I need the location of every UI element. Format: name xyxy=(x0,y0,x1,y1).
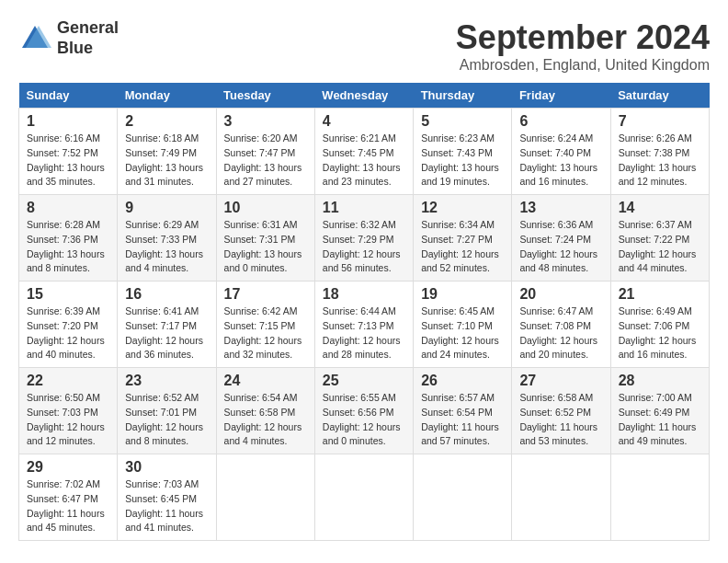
day-number: 4 xyxy=(323,113,405,130)
day-cell xyxy=(512,454,610,541)
column-header-tuesday: Tuesday xyxy=(216,83,314,109)
day-number: 14 xyxy=(619,200,701,216)
day-cell: 9 Sunrise: 6:29 AM Sunset: 7:33 PM Dayli… xyxy=(118,195,216,282)
day-info: Sunrise: 6:16 AM Sunset: 7:52 PM Dayligh… xyxy=(27,132,109,190)
column-header-wednesday: Wednesday xyxy=(314,83,413,109)
day-number: 25 xyxy=(323,373,405,389)
day-info: Sunrise: 6:45 AM Sunset: 7:10 PM Dayligh… xyxy=(421,304,504,362)
day-cell: 10 Sunrise: 6:31 AM Sunset: 7:31 PM Dayl… xyxy=(216,195,314,282)
day-number: 12 xyxy=(421,200,504,216)
column-header-saturday: Saturday xyxy=(610,83,709,109)
day-cell xyxy=(610,454,709,541)
day-info: Sunrise: 6:28 AM Sunset: 7:36 PM Dayligh… xyxy=(27,218,109,276)
day-cell: 27 Sunrise: 6:58 AM Sunset: 6:52 PM Dayl… xyxy=(512,368,610,454)
day-info: Sunrise: 6:39 AM Sunset: 7:20 PM Dayligh… xyxy=(27,304,109,362)
day-info: Sunrise: 6:54 AM Sunset: 6:58 PM Dayligh… xyxy=(224,391,307,449)
day-info: Sunrise: 6:41 AM Sunset: 7:17 PM Dayligh… xyxy=(125,304,208,362)
day-info: Sunrise: 6:47 AM Sunset: 7:08 PM Dayligh… xyxy=(519,304,602,362)
logo: General Blue xyxy=(18,18,119,58)
day-cell: 3 Sunrise: 6:20 AM Sunset: 7:47 PM Dayli… xyxy=(216,109,314,195)
day-number: 23 xyxy=(125,373,208,389)
day-info: Sunrise: 6:58 AM Sunset: 6:52 PM Dayligh… xyxy=(519,391,602,449)
day-number: 6 xyxy=(519,113,602,130)
day-cell: 7 Sunrise: 6:26 AM Sunset: 7:38 PM Dayli… xyxy=(610,109,709,195)
day-cell xyxy=(414,454,512,541)
day-cell: 2 Sunrise: 6:18 AM Sunset: 7:49 PM Dayli… xyxy=(118,109,216,195)
day-number: 22 xyxy=(27,373,109,389)
logo-icon xyxy=(18,22,51,55)
week-row-3: 15 Sunrise: 6:39 AM Sunset: 7:20 PM Dayl… xyxy=(19,282,710,368)
column-header-sunday: Sunday xyxy=(19,83,118,109)
title-section: September 2024 Ambrosden, England, Unite… xyxy=(456,18,710,74)
day-info: Sunrise: 7:02 AM Sunset: 6:47 PM Dayligh… xyxy=(27,477,109,535)
day-cell: 4 Sunrise: 6:21 AM Sunset: 7:45 PM Dayli… xyxy=(314,109,413,195)
day-cell: 17 Sunrise: 6:42 AM Sunset: 7:15 PM Dayl… xyxy=(216,282,314,368)
day-number: 29 xyxy=(27,459,109,476)
day-cell: 21 Sunrise: 6:49 AM Sunset: 7:06 PM Dayl… xyxy=(610,282,709,368)
week-row-4: 22 Sunrise: 6:50 AM Sunset: 7:03 PM Dayl… xyxy=(19,368,710,454)
day-number: 15 xyxy=(27,286,109,303)
day-info: Sunrise: 6:49 AM Sunset: 7:06 PM Dayligh… xyxy=(619,304,701,362)
week-row-5: 29 Sunrise: 7:02 AM Sunset: 6:47 PM Dayl… xyxy=(19,454,710,541)
day-info: Sunrise: 6:18 AM Sunset: 7:49 PM Dayligh… xyxy=(125,132,208,190)
day-cell: 23 Sunrise: 6:52 AM Sunset: 7:01 PM Dayl… xyxy=(118,368,216,454)
column-header-thursday: Thursday xyxy=(414,83,512,109)
day-cell: 11 Sunrise: 6:32 AM Sunset: 7:29 PM Dayl… xyxy=(314,195,413,282)
day-cell: 16 Sunrise: 6:41 AM Sunset: 7:17 PM Dayl… xyxy=(118,282,216,368)
calendar-table: SundayMondayTuesdayWednesdayThursdayFrid… xyxy=(18,83,710,541)
day-number: 1 xyxy=(27,113,109,130)
day-info: Sunrise: 7:03 AM Sunset: 6:45 PM Dayligh… xyxy=(125,477,208,535)
day-number: 24 xyxy=(224,373,307,389)
location: Ambrosden, England, United Kingdom xyxy=(456,57,710,74)
day-cell: 24 Sunrise: 6:54 AM Sunset: 6:58 PM Dayl… xyxy=(216,368,314,454)
day-cell: 25 Sunrise: 6:55 AM Sunset: 6:56 PM Dayl… xyxy=(314,368,413,454)
day-cell: 15 Sunrise: 6:39 AM Sunset: 7:20 PM Dayl… xyxy=(19,282,118,368)
day-cell: 14 Sunrise: 6:37 AM Sunset: 7:22 PM Dayl… xyxy=(610,195,709,282)
day-number: 11 xyxy=(323,200,405,216)
day-info: Sunrise: 6:24 AM Sunset: 7:40 PM Dayligh… xyxy=(519,132,602,190)
page-header: General Blue September 2024 Ambrosden, E… xyxy=(18,18,710,74)
day-number: 7 xyxy=(619,113,701,130)
day-info: Sunrise: 6:21 AM Sunset: 7:45 PM Dayligh… xyxy=(323,132,405,190)
day-info: Sunrise: 6:36 AM Sunset: 7:24 PM Dayligh… xyxy=(519,218,602,276)
day-cell: 18 Sunrise: 6:44 AM Sunset: 7:13 PM Dayl… xyxy=(314,282,413,368)
day-number: 21 xyxy=(619,286,701,303)
day-cell xyxy=(314,454,413,541)
day-info: Sunrise: 6:26 AM Sunset: 7:38 PM Dayligh… xyxy=(619,132,701,190)
column-header-monday: Monday xyxy=(118,83,216,109)
day-number: 9 xyxy=(125,200,208,216)
day-cell: 13 Sunrise: 6:36 AM Sunset: 7:24 PM Dayl… xyxy=(512,195,610,282)
day-info: Sunrise: 6:29 AM Sunset: 7:33 PM Dayligh… xyxy=(125,218,208,276)
day-cell: 12 Sunrise: 6:34 AM Sunset: 7:27 PM Dayl… xyxy=(414,195,512,282)
month-title: September 2024 xyxy=(456,18,710,57)
column-header-friday: Friday xyxy=(512,83,610,109)
day-number: 8 xyxy=(27,200,109,216)
day-cell: 19 Sunrise: 6:45 AM Sunset: 7:10 PM Dayl… xyxy=(414,282,512,368)
day-info: Sunrise: 6:42 AM Sunset: 7:15 PM Dayligh… xyxy=(224,304,307,362)
day-cell: 1 Sunrise: 6:16 AM Sunset: 7:52 PM Dayli… xyxy=(19,109,118,195)
day-cell: 30 Sunrise: 7:03 AM Sunset: 6:45 PM Dayl… xyxy=(118,454,216,541)
day-info: Sunrise: 6:55 AM Sunset: 6:56 PM Dayligh… xyxy=(323,391,405,449)
day-info: Sunrise: 6:32 AM Sunset: 7:29 PM Dayligh… xyxy=(323,218,405,276)
day-number: 3 xyxy=(224,113,307,130)
day-cell: 8 Sunrise: 6:28 AM Sunset: 7:36 PM Dayli… xyxy=(19,195,118,282)
day-cell: 6 Sunrise: 6:24 AM Sunset: 7:40 PM Dayli… xyxy=(512,109,610,195)
day-info: Sunrise: 6:52 AM Sunset: 7:01 PM Dayligh… xyxy=(125,391,208,449)
day-info: Sunrise: 6:34 AM Sunset: 7:27 PM Dayligh… xyxy=(421,218,504,276)
day-cell: 22 Sunrise: 6:50 AM Sunset: 7:03 PM Dayl… xyxy=(19,368,118,454)
day-info: Sunrise: 7:00 AM Sunset: 6:49 PM Dayligh… xyxy=(619,391,701,449)
day-number: 20 xyxy=(519,286,602,303)
day-number: 10 xyxy=(224,200,307,216)
day-number: 13 xyxy=(519,200,602,216)
day-cell xyxy=(216,454,314,541)
day-number: 28 xyxy=(619,373,701,389)
day-info: Sunrise: 6:44 AM Sunset: 7:13 PM Dayligh… xyxy=(323,304,405,362)
day-number: 16 xyxy=(125,286,208,303)
day-info: Sunrise: 6:31 AM Sunset: 7:31 PM Dayligh… xyxy=(224,218,307,276)
day-info: Sunrise: 6:23 AM Sunset: 7:43 PM Dayligh… xyxy=(421,132,504,190)
day-number: 2 xyxy=(125,113,208,130)
day-cell: 5 Sunrise: 6:23 AM Sunset: 7:43 PM Dayli… xyxy=(414,109,512,195)
day-cell: 28 Sunrise: 7:00 AM Sunset: 6:49 PM Dayl… xyxy=(610,368,709,454)
day-number: 17 xyxy=(224,286,307,303)
day-info: Sunrise: 6:57 AM Sunset: 6:54 PM Dayligh… xyxy=(421,391,504,449)
